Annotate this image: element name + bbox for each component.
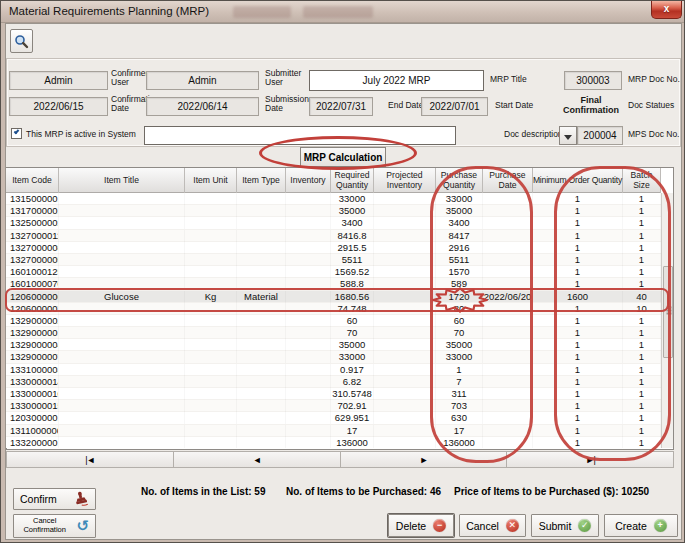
- delete-button[interactable]: Delete −: [388, 514, 454, 537]
- mps-doc-no-field[interactable]: 200004: [577, 126, 623, 145]
- start-date-field[interactable]: 2022/07/01: [421, 97, 488, 116]
- table-cell: 1327000011: [6, 230, 59, 242]
- confirmer-user-field[interactable]: Admin: [9, 71, 108, 90]
- table-cell: [286, 412, 331, 424]
- table-row[interactable]: 13270000118416.8841711: [6, 230, 661, 242]
- confirmation-date-field[interactable]: 2022/06/15: [9, 97, 108, 116]
- mrp-title-field[interactable]: July 2022 MRP: [309, 70, 484, 91]
- end-date-field[interactable]: 2022/07/31: [309, 97, 373, 116]
- table-row[interactable]: 1315000001330003300011: [6, 193, 661, 205]
- title-bar[interactable]: Material Requirements Planning (MRP) x: [1, 1, 685, 23]
- table-cell: 1: [533, 376, 623, 388]
- table-cell: [286, 388, 331, 400]
- table-cell: [286, 193, 331, 205]
- table-cell: 588.8: [331, 278, 374, 290]
- doc-description-field[interactable]: [144, 126, 456, 145]
- table-row[interactable]: 1329000007330003300011: [6, 351, 661, 363]
- table-cell: [286, 376, 331, 388]
- table-cell: 1: [533, 315, 623, 327]
- table-cell: [286, 339, 331, 351]
- table-row[interactable]: 1330000015702.9170311: [6, 400, 661, 412]
- start-date-label: Start Date: [495, 101, 541, 110]
- table-cell: [374, 278, 436, 290]
- submission-date-field[interactable]: 2022/06/14: [146, 97, 259, 116]
- redacted-smudge: [303, 6, 373, 18]
- table-cell: 703: [436, 400, 483, 412]
- table-row[interactable]: 1329000004350003500011: [6, 339, 661, 351]
- table-cell: [237, 400, 286, 412]
- table-cell: 1: [623, 278, 661, 290]
- redacted-smudge: [233, 6, 291, 18]
- table-cell: [374, 254, 436, 266]
- table-row[interactable]: 13300000146.82711: [6, 376, 661, 388]
- mps-doc-dropdown-button[interactable]: [559, 126, 577, 145]
- column-header-1[interactable]: Item Title: [59, 168, 185, 193]
- confirm-button[interactable]: Confirm: [13, 488, 96, 510]
- table-cell: [237, 193, 286, 205]
- column-header-6[interactable]: Projected Inventory: [374, 168, 436, 193]
- table-row[interactable]: 13270000055511551111: [6, 254, 661, 266]
- table-row[interactable]: 1311000006171711: [6, 425, 661, 437]
- cancel-button[interactable]: Cancel ✕: [459, 514, 526, 537]
- mrp-doc-no-field[interactable]: 300003: [564, 71, 622, 90]
- items-to-purchase-stat: No. of Items to be Purchased: 46: [286, 486, 441, 497]
- table-cell: [374, 339, 436, 351]
- scrollbar-thumb[interactable]: [663, 266, 673, 358]
- table-row[interactable]: 13310000030.917111: [6, 364, 661, 376]
- table-row[interactable]: 1317000001350003500011: [6, 205, 661, 217]
- create-button[interactable]: Create +: [604, 514, 678, 537]
- table-cell: 1203000001: [6, 412, 59, 424]
- table-cell: [286, 315, 331, 327]
- cancel-confirmation-button[interactable]: Cancel Confirmation ↺: [13, 514, 96, 538]
- column-header-0[interactable]: Item Code: [6, 168, 59, 193]
- table-cell: [59, 364, 185, 376]
- column-header-2[interactable]: Item Unit: [185, 168, 237, 193]
- next-record-button[interactable]: ►: [341, 451, 508, 468]
- table-cell: [237, 339, 286, 351]
- previous-record-button[interactable]: ◄: [174, 451, 341, 468]
- table-row[interactable]: 16010001251569.52157011: [6, 266, 661, 278]
- column-header-4[interactable]: Inventory: [286, 168, 331, 193]
- table-cell: 1206000006: [6, 291, 59, 303]
- table-body: 1315000001330003300011131700000135000350…: [6, 193, 661, 448]
- column-header-5[interactable]: Required Quantity: [331, 168, 374, 193]
- table-cell: [59, 230, 185, 242]
- column-header-3[interactable]: Item Type: [237, 168, 286, 193]
- table-row[interactable]: 13250000023400340011: [6, 217, 661, 229]
- column-header-9[interactable]: Minimum Order Quantity: [533, 168, 623, 193]
- column-header-10[interactable]: Batch Size: [623, 168, 661, 193]
- confirmer-user-label: Confirmer User: [111, 69, 151, 88]
- mrp-calculation-button[interactable]: MRP Calculation: [300, 147, 386, 167]
- table-vertical-scrollbar[interactable]: [661, 193, 673, 448]
- submitter-user-field[interactable]: Admin: [146, 71, 259, 90]
- close-button[interactable]: x: [651, 1, 682, 19]
- table-cell: [483, 266, 533, 278]
- table-cell: [286, 278, 331, 290]
- table-row[interactable]: 13270000082915.5291611: [6, 242, 661, 254]
- table-cell: [286, 351, 331, 363]
- table-row[interactable]: 133200000113600013600011: [6, 437, 661, 448]
- table-cell: 35000: [331, 205, 374, 217]
- table-cell: 1330000014: [6, 376, 59, 388]
- first-record-button[interactable]: |◄: [6, 451, 174, 468]
- column-header-7[interactable]: Purchase Quantity: [436, 168, 483, 193]
- table-cell: [185, 242, 237, 254]
- table-row[interactable]: 1203000001629.95163011: [6, 412, 661, 424]
- table-row[interactable]: 1329000001707011: [6, 327, 661, 339]
- table-cell: [237, 217, 286, 229]
- table-cell: 136000: [436, 437, 483, 448]
- table-cell: [286, 364, 331, 376]
- search-button[interactable]: [10, 29, 33, 53]
- table-row[interactable]: 1601000070588.858911: [6, 278, 661, 290]
- table-row[interactable]: 1329000002606011: [6, 315, 661, 327]
- last-record-button[interactable]: ►|: [507, 451, 674, 468]
- table-row[interactable]: 120600000774.74880110: [6, 303, 661, 315]
- table-cell: [185, 193, 237, 205]
- table-row[interactable]: 1330000010310.574831111: [6, 388, 661, 400]
- column-header-8[interactable]: Purchase Date: [483, 168, 533, 193]
- submit-button[interactable]: Submit ✓: [531, 514, 599, 537]
- table-cell: [374, 205, 436, 217]
- table-row[interactable]: 1206000006GlucoseKgMaterial1680.56172020…: [6, 291, 661, 303]
- active-checkbox[interactable]: [11, 128, 22, 139]
- table-cell: [59, 315, 185, 327]
